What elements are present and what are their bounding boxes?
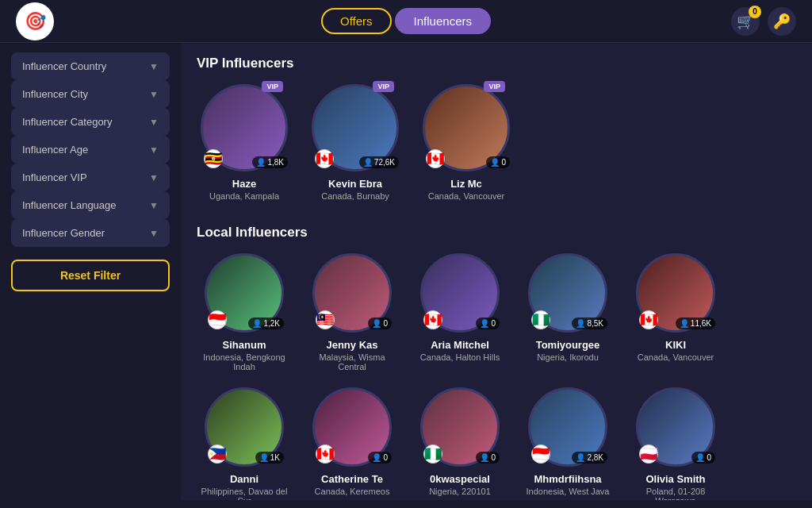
filter-label-vip: Influencer VIP xyxy=(22,171,87,183)
flag-icon: 🇳🇬 xyxy=(531,310,550,329)
local-section-title: Local Influencers xyxy=(197,225,796,241)
influencer-location: Philippines, Davao del Sur xyxy=(197,487,292,500)
vip-badge: VIP xyxy=(262,81,283,92)
influencer-card-0kwaspecial[interactable]: 🇳🇬👤00kwaspecialNigeria, 220101 xyxy=(412,387,508,500)
followers-count: 0 xyxy=(491,453,496,462)
avatar-wrap: VIP🇨🇦👤0 xyxy=(423,84,510,171)
filter-item-language[interactable]: Influencer Language▼ xyxy=(11,191,170,219)
flag-icon: 🇨🇦 xyxy=(316,444,335,464)
influencer-location: Nigeria, 220101 xyxy=(429,487,491,496)
influencer-name: Liz Mc xyxy=(450,178,482,190)
influencer-card-kiki[interactable]: 🇨🇦👤11,6KKIKICanada, Vancouver xyxy=(628,253,723,371)
vip-badge: VIP xyxy=(373,81,394,92)
influencer-location: Uganda, Kampala xyxy=(209,191,279,201)
filter-label-city: Influencer City xyxy=(22,88,88,100)
followers-badge: 👤1,8K xyxy=(252,156,288,168)
influencer-card-olivia-smith[interactable]: 🇵🇱👤0Olivia SmithPoland, 01-208 Warszawa xyxy=(628,387,723,500)
followers-count: 0 xyxy=(501,158,506,167)
filter-item-age[interactable]: Influencer Age▼ xyxy=(11,136,170,164)
avatar-wrap: 🇮🇩👤1,2K xyxy=(205,253,284,333)
filter-label-category: Influencer Category xyxy=(22,116,112,128)
influencer-name: Jenny Kas xyxy=(326,339,377,351)
influencer-location: Nigeria, Ikorodu xyxy=(537,352,599,362)
influencer-card-tomiyourgee[interactable]: 🇳🇬👤8,5KTomiyourgeeNigeria, Ikorodu xyxy=(520,253,615,371)
influencer-name: KIKI xyxy=(665,339,686,351)
followers-icon: 👤 xyxy=(576,453,585,462)
logo[interactable]: 🎯 xyxy=(16,2,54,40)
tab-influencers[interactable]: Influencers xyxy=(395,8,491,34)
followers-badge: 👤0 xyxy=(476,452,500,464)
flag-icon: 🇨🇦 xyxy=(639,310,658,329)
chevron-icon: ▼ xyxy=(149,144,159,156)
influencer-card-aria-mitchel[interactable]: 🇨🇦👤0Aria MitchelCanada, Halton Hills xyxy=(412,253,508,371)
header-icons: 🛒 0 🔑 xyxy=(731,7,796,36)
followers-icon: 👤 xyxy=(680,319,689,328)
influencer-card-mhmdrfiihsna[interactable]: 🇮🇩👤2,8KMhmdrfiihsnaIndonesia, West Java xyxy=(520,387,615,500)
influencer-name: Sihanum xyxy=(223,339,266,351)
influencer-location: Malaysia, Wisma Central xyxy=(304,352,400,371)
followers-count: 72,6K xyxy=(374,158,395,167)
avatar-wrap: 🇳🇬👤0 xyxy=(420,387,500,467)
influencer-name: 0kwaspecial xyxy=(430,473,490,485)
header: 🎯 Offers Influencers 🛒 0 🔑 xyxy=(0,0,812,43)
chevron-icon: ▼ xyxy=(149,228,159,239)
content-area: VIP Influencers VIP🇺🇬👤1,8KHazeUganda, Ka… xyxy=(181,43,812,500)
influencer-name: Haze xyxy=(232,178,256,190)
filter-item-city[interactable]: Influencer City▼ xyxy=(11,80,170,108)
influencer-card-kevin-ebra[interactable]: VIP🇨🇦👤72,6KKevin EbraCanada, Burnaby xyxy=(308,84,403,201)
followers-icon: 👤 xyxy=(259,453,269,462)
influencer-card-haze[interactable]: VIP🇺🇬👤1,8KHazeUganda, Kampala xyxy=(197,84,292,201)
avatar-wrap: 🇵🇭👤1K xyxy=(205,387,284,467)
followers-icon: 👤 xyxy=(480,319,489,328)
filter-item-category[interactable]: Influencer Category▼ xyxy=(11,108,170,136)
followers-icon: 👤 xyxy=(256,158,266,167)
vip-section-title: VIP Influencers xyxy=(197,56,796,71)
followers-icon: 👤 xyxy=(252,319,262,328)
user-button[interactable]: 🔑 xyxy=(768,7,796,36)
followers-count: 2,8K xyxy=(587,453,603,462)
avatar-wrap: 🇲🇾👤0 xyxy=(312,253,392,333)
influencer-card-liz-mc[interactable]: VIP🇨🇦👤0Liz McCanada, Vancouver xyxy=(419,84,514,201)
filter-label-country: Influencer Country xyxy=(22,60,106,72)
influencer-card-danni[interactable]: 🇵🇭👤1KDanniPhilippines, Davao del Sur xyxy=(197,387,292,500)
followers-badge: 👤72,6K xyxy=(359,156,399,168)
followers-count: 1,2K xyxy=(263,319,280,328)
chevron-icon: ▼ xyxy=(149,200,159,211)
flag-icon: 🇨🇦 xyxy=(315,149,334,168)
influencer-card-catherine-te[interactable]: 🇨🇦👤0Catherine TeCanada, Keremeos xyxy=(304,387,400,500)
influencer-name: Tomiyourgee xyxy=(536,339,600,351)
flag-icon: 🇵🇭 xyxy=(208,444,227,464)
filter-item-gender[interactable]: Influencer Gender▼ xyxy=(11,219,170,247)
followers-badge: 👤2,8K xyxy=(572,452,607,464)
reset-filter-button[interactable]: Reset Filter xyxy=(11,260,170,291)
followers-count: 1,8K xyxy=(267,158,284,167)
main-layout: Influencer Country▼Influencer City▼Influ… xyxy=(0,43,812,500)
filter-item-country[interactable]: Influencer Country▼ xyxy=(11,52,170,80)
sidebar: Influencer Country▼Influencer City▼Influ… xyxy=(0,43,181,500)
nav-tabs: Offers Influencers xyxy=(321,8,491,34)
followers-badge: 👤11,6K xyxy=(676,318,715,329)
influencer-name: Mhmdrfiihsna xyxy=(534,473,601,485)
filter-label-language: Influencer Language xyxy=(22,199,117,211)
filter-item-vip[interactable]: Influencer VIP▼ xyxy=(11,164,170,191)
followers-badge: 👤0 xyxy=(368,452,392,464)
logo-icon: 🎯 xyxy=(16,2,54,40)
avatar-wrap: 🇮🇩👤2,8K xyxy=(528,387,607,467)
followers-badge: 👤1K xyxy=(255,452,284,464)
influencer-name: Kevin Ebra xyxy=(328,178,382,190)
cart-button[interactable]: 🛒 0 xyxy=(731,7,760,36)
followers-icon: 👤 xyxy=(363,158,373,167)
cart-badge: 0 xyxy=(749,6,761,18)
vip-influencers-row: VIP🇺🇬👤1,8KHazeUganda, KampalaVIP🇨🇦👤72,6K… xyxy=(197,84,796,201)
followers-count: 1K xyxy=(270,453,280,462)
influencer-card-jenny-kas[interactable]: 🇲🇾👤0Jenny KasMalaysia, Wisma Central xyxy=(304,253,400,371)
followers-icon: 👤 xyxy=(490,158,500,167)
tab-offers[interactable]: Offers xyxy=(321,8,392,34)
influencer-location: Poland, 01-208 Warszawa xyxy=(628,487,723,500)
flag-icon: 🇺🇬 xyxy=(204,149,223,168)
followers-badge: 👤8,5K xyxy=(572,318,607,329)
influencer-location: Canada, Vancouver xyxy=(638,352,714,362)
influencer-card-sihanum[interactable]: 🇮🇩👤1,2KSihanumIndonesia, Bengkong Indah xyxy=(197,253,292,371)
avatar-wrap: 🇵🇱👤0 xyxy=(636,387,715,467)
avatar-wrap: 🇳🇬👤8,5K xyxy=(528,253,607,333)
